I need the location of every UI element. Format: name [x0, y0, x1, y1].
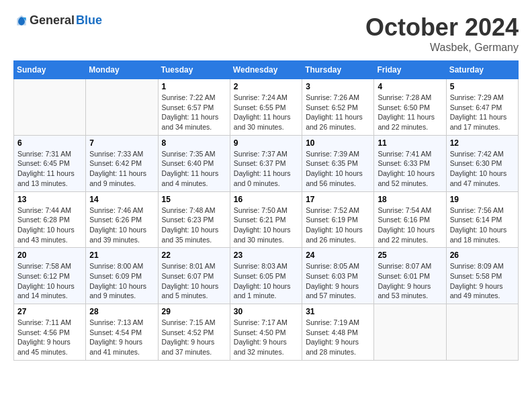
day-cell: 1Sunrise: 7:22 AM Sunset: 6:57 PM Daylig…	[158, 79, 230, 136]
day-cell: 13Sunrise: 7:44 AM Sunset: 6:28 PM Dayli…	[14, 191, 86, 248]
weekday-header-wednesday: Wednesday	[230, 61, 302, 79]
logo: GeneralBlue	[13, 13, 102, 28]
day-number: 7	[89, 138, 154, 148]
day-number: 8	[162, 138, 226, 148]
day-number: 15	[162, 195, 226, 204]
day-cell: 14Sunrise: 7:46 AM Sunset: 6:26 PM Dayli…	[86, 191, 158, 248]
day-info: Sunrise: 7:19 AM Sunset: 4:48 PM Dayligh…	[306, 318, 370, 357]
day-info: Sunrise: 8:03 AM Sunset: 6:05 PM Dayligh…	[234, 261, 298, 301]
day-info: Sunrise: 7:28 AM Sunset: 6:50 PM Dayligh…	[378, 93, 442, 132]
day-info: Sunrise: 7:52 AM Sunset: 6:19 PM Dayligh…	[306, 205, 370, 245]
calendar: SundayMondayTuesdayWednesdayThursdayFrid…	[13, 60, 519, 361]
day-cell: 20Sunrise: 7:58 AM Sunset: 6:12 PM Dayli…	[14, 248, 86, 304]
weekday-header-saturday: Saturday	[446, 61, 518, 79]
day-number: 19	[450, 195, 515, 204]
day-cell: 19Sunrise: 7:56 AM Sunset: 6:14 PM Dayli…	[446, 191, 518, 248]
day-cell	[14, 79, 86, 136]
day-number: 29	[162, 307, 226, 316]
day-info: Sunrise: 7:17 AM Sunset: 4:50 PM Dayligh…	[234, 318, 298, 357]
day-number: 11	[378, 138, 442, 148]
day-number: 24	[306, 250, 370, 260]
day-number: 9	[234, 138, 298, 148]
day-info: Sunrise: 7:29 AM Sunset: 6:47 PM Dayligh…	[450, 93, 515, 132]
day-info: Sunrise: 7:50 AM Sunset: 6:21 PM Dayligh…	[234, 205, 298, 245]
header: GeneralBlue October 2024 Wasbek, Germany	[13, 13, 519, 54]
day-info: Sunrise: 7:11 AM Sunset: 4:56 PM Dayligh…	[17, 318, 82, 357]
day-number: 4	[378, 82, 442, 91]
day-cell: 26Sunrise: 8:09 AM Sunset: 5:58 PM Dayli…	[446, 248, 518, 304]
day-info: Sunrise: 7:44 AM Sunset: 6:28 PM Dayligh…	[17, 205, 82, 245]
day-cell: 8Sunrise: 7:35 AM Sunset: 6:40 PM Daylig…	[158, 135, 230, 191]
day-info: Sunrise: 7:24 AM Sunset: 6:55 PM Dayligh…	[234, 93, 298, 132]
day-info: Sunrise: 8:05 AM Sunset: 6:03 PM Dayligh…	[306, 261, 370, 301]
day-info: Sunrise: 7:13 AM Sunset: 4:54 PM Dayligh…	[89, 318, 154, 357]
weekday-header-tuesday: Tuesday	[158, 61, 230, 79]
day-info: Sunrise: 7:22 AM Sunset: 6:57 PM Dayligh…	[162, 93, 226, 132]
day-info: Sunrise: 7:56 AM Sunset: 6:14 PM Dayligh…	[450, 205, 515, 245]
day-cell: 10Sunrise: 7:39 AM Sunset: 6:35 PM Dayli…	[302, 135, 374, 191]
day-cell: 29Sunrise: 7:15 AM Sunset: 4:52 PM Dayli…	[158, 304, 230, 361]
week-row-3: 13Sunrise: 7:44 AM Sunset: 6:28 PM Dayli…	[14, 191, 519, 248]
day-cell	[86, 79, 158, 136]
weekday-header-row: SundayMondayTuesdayWednesdayThursdayFrid…	[14, 61, 519, 79]
day-info: Sunrise: 7:39 AM Sunset: 6:35 PM Dayligh…	[306, 149, 370, 189]
day-info: Sunrise: 8:07 AM Sunset: 6:01 PM Dayligh…	[378, 261, 442, 301]
day-info: Sunrise: 7:26 AM Sunset: 6:52 PM Dayligh…	[306, 93, 370, 132]
day-cell: 23Sunrise: 8:03 AM Sunset: 6:05 PM Dayli…	[230, 248, 302, 304]
day-number: 3	[306, 82, 370, 91]
day-info: Sunrise: 7:46 AM Sunset: 6:26 PM Dayligh…	[89, 205, 154, 245]
weekday-header-friday: Friday	[374, 61, 446, 79]
day-info: Sunrise: 7:37 AM Sunset: 6:37 PM Dayligh…	[234, 149, 298, 189]
day-cell: 5Sunrise: 7:29 AM Sunset: 6:47 PM Daylig…	[446, 79, 518, 136]
day-cell: 21Sunrise: 8:00 AM Sunset: 6:09 PM Dayli…	[86, 248, 158, 304]
day-cell: 7Sunrise: 7:33 AM Sunset: 6:42 PM Daylig…	[86, 135, 158, 191]
day-cell: 28Sunrise: 7:13 AM Sunset: 4:54 PM Dayli…	[86, 304, 158, 361]
day-number: 26	[450, 250, 515, 260]
day-number: 17	[306, 195, 370, 204]
day-number: 13	[17, 195, 82, 204]
day-cell: 18Sunrise: 7:54 AM Sunset: 6:16 PM Dayli…	[374, 191, 446, 248]
day-info: Sunrise: 7:31 AM Sunset: 6:45 PM Dayligh…	[17, 149, 82, 189]
month-title: October 2024	[365, 13, 519, 42]
day-number: 10	[306, 138, 370, 148]
day-cell: 31Sunrise: 7:19 AM Sunset: 4:48 PM Dayli…	[302, 304, 374, 361]
day-info: Sunrise: 7:41 AM Sunset: 6:33 PM Dayligh…	[378, 149, 442, 189]
day-number: 14	[89, 195, 154, 204]
day-number: 21	[89, 250, 154, 260]
day-cell: 24Sunrise: 8:05 AM Sunset: 6:03 PM Dayli…	[302, 248, 374, 304]
day-cell: 22Sunrise: 8:01 AM Sunset: 6:07 PM Dayli…	[158, 248, 230, 304]
title-area: October 2024 Wasbek, Germany	[365, 13, 519, 54]
day-cell: 30Sunrise: 7:17 AM Sunset: 4:50 PM Dayli…	[230, 304, 302, 361]
day-number: 6	[17, 138, 82, 148]
day-number: 27	[17, 307, 82, 316]
day-info: Sunrise: 7:54 AM Sunset: 6:16 PM Dayligh…	[378, 205, 442, 245]
day-number: 16	[234, 195, 298, 204]
week-row-4: 20Sunrise: 7:58 AM Sunset: 6:12 PM Dayli…	[14, 248, 519, 304]
day-info: Sunrise: 7:58 AM Sunset: 6:12 PM Dayligh…	[17, 261, 82, 301]
day-cell: 11Sunrise: 7:41 AM Sunset: 6:33 PM Dayli…	[374, 135, 446, 191]
weekday-header-monday: Monday	[86, 61, 158, 79]
day-number: 12	[450, 138, 515, 148]
day-cell: 6Sunrise: 7:31 AM Sunset: 6:45 PM Daylig…	[14, 135, 86, 191]
logo-icon	[15, 14, 28, 28]
day-cell: 17Sunrise: 7:52 AM Sunset: 6:19 PM Dayli…	[302, 191, 374, 248]
weekday-header-thursday: Thursday	[302, 61, 374, 79]
day-cell	[374, 304, 446, 361]
day-cell: 15Sunrise: 7:48 AM Sunset: 6:23 PM Dayli…	[158, 191, 230, 248]
day-number: 18	[378, 195, 442, 204]
day-info: Sunrise: 8:01 AM Sunset: 6:07 PM Dayligh…	[162, 261, 226, 301]
day-cell: 9Sunrise: 7:37 AM Sunset: 6:37 PM Daylig…	[230, 135, 302, 191]
day-cell: 25Sunrise: 8:07 AM Sunset: 6:01 PM Dayli…	[374, 248, 446, 304]
logo-blue: Blue	[76, 13, 102, 28]
day-number: 28	[89, 307, 154, 316]
day-info: Sunrise: 7:35 AM Sunset: 6:40 PM Dayligh…	[162, 149, 226, 189]
week-row-5: 27Sunrise: 7:11 AM Sunset: 4:56 PM Dayli…	[14, 304, 519, 361]
week-row-1: 1Sunrise: 7:22 AM Sunset: 6:57 PM Daylig…	[14, 79, 519, 136]
day-info: Sunrise: 8:00 AM Sunset: 6:09 PM Dayligh…	[89, 261, 154, 301]
day-cell: 12Sunrise: 7:42 AM Sunset: 6:30 PM Dayli…	[446, 135, 518, 191]
day-number: 5	[450, 82, 515, 91]
day-number: 31	[306, 307, 370, 316]
day-info: Sunrise: 7:15 AM Sunset: 4:52 PM Dayligh…	[162, 318, 226, 357]
day-cell	[446, 304, 518, 361]
day-info: Sunrise: 7:33 AM Sunset: 6:42 PM Dayligh…	[89, 149, 154, 189]
